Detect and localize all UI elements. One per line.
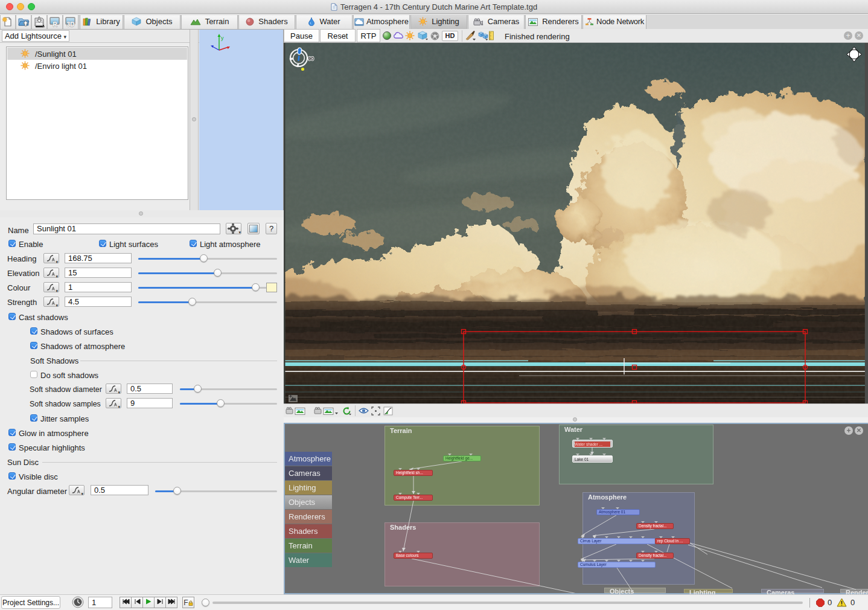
svg-text:90: 90 [308,56,314,62]
svg-text:y: y [221,35,224,41]
svg-text:3D: 3D [67,21,75,28]
svg-text:R: R [53,21,57,28]
